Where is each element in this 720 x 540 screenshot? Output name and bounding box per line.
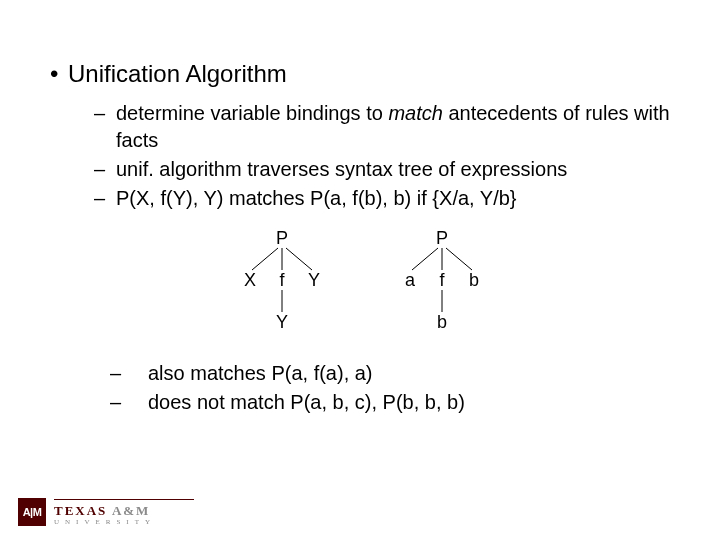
tree-node: P	[276, 228, 288, 248]
logo-text: TEXAS A&M UNIVERSITY	[54, 499, 194, 526]
sub-bullet-3-text: P(X, f(Y), Y) matches P(a, f(b), b) if {…	[116, 185, 680, 212]
svg-line-4	[412, 248, 438, 270]
sub-bullet-list-2: – also matches P(a, f(a), a) – does not …	[94, 360, 680, 416]
tree-node: X	[244, 270, 256, 290]
logo-mark-text: A|M	[23, 506, 42, 518]
dash-icon: –	[94, 389, 148, 416]
svg-line-0	[252, 248, 278, 270]
sub-bullet-4: – also matches P(a, f(a), a)	[94, 360, 680, 387]
syntax-tree-diagram: P X f Y Y P a f b b	[40, 226, 680, 350]
sub-bullet-5: – does not match P(a, b, c), P(b, b, b)	[94, 389, 680, 416]
dash-icon: –	[94, 360, 148, 387]
heading-text: Unification Algorithm	[68, 60, 287, 87]
dash-icon: –	[94, 100, 116, 154]
logo-line1: TEXAS A&M	[54, 503, 150, 518]
tree-node: Y	[276, 312, 288, 332]
footer-logo: A|M TEXAS A&M UNIVERSITY	[18, 498, 194, 526]
heading-bullet: •Unification Algorithm	[50, 60, 680, 88]
sub-bullet-5-text: does not match P(a, b, c), P(b, b, b)	[148, 389, 465, 416]
sub-bullet-1: – determine variable bindings to match a…	[94, 100, 680, 154]
sub-bullet-3: – P(X, f(Y), Y) matches P(a, f(b), b) if…	[94, 185, 680, 212]
svg-line-2	[286, 248, 312, 270]
sub-bullet-4-text: also matches P(a, f(a), a)	[148, 360, 373, 387]
tree-node: a	[405, 270, 416, 290]
tree-node: b	[469, 270, 479, 290]
tree-node: f	[439, 270, 445, 290]
tree-node: P	[436, 228, 448, 248]
sub-bullet-2: – unif. algorithm traverses syntax tree …	[94, 156, 680, 183]
logo-rule: TEXAS A&M UNIVERSITY	[54, 499, 194, 526]
sub-bullet-1-text: determine variable bindings to match ant…	[116, 100, 680, 154]
logo-line2: UNIVERSITY	[54, 519, 194, 526]
logo-word: TEXAS	[54, 503, 112, 518]
logo-mark: A|M	[18, 498, 46, 526]
sub-bullet-2-text: unif. algorithm traverses syntax tree of…	[116, 156, 680, 183]
logo-word: A&M	[112, 503, 151, 518]
bullet-dot: •	[50, 60, 68, 88]
svg-line-6	[446, 248, 472, 270]
tree-node: b	[437, 312, 447, 332]
dash-icon: –	[94, 156, 116, 183]
text-frag: determine variable bindings to	[116, 102, 388, 124]
tree-node: Y	[308, 270, 320, 290]
slide: •Unification Algorithm – determine varia…	[0, 0, 720, 540]
dash-icon: –	[94, 185, 116, 212]
text-frag-italic: match	[388, 102, 442, 124]
tree-svg: P X f Y Y P a f b b	[200, 226, 520, 346]
sub-bullet-list: – determine variable bindings to match a…	[94, 100, 680, 212]
tree-node: f	[279, 270, 285, 290]
